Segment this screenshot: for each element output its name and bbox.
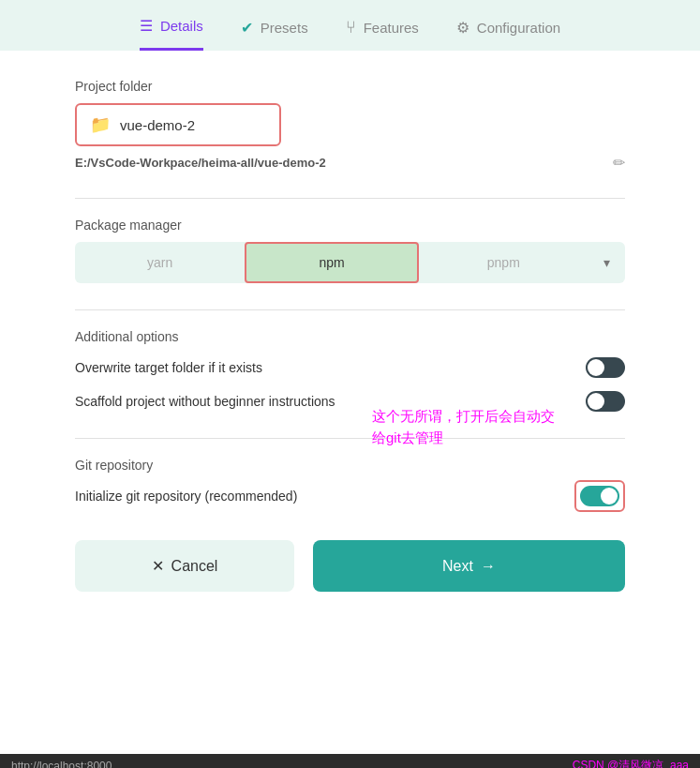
path-row: E:/VsCode-Workpace/heima-all/vue-demo-2 … [75, 154, 625, 172]
pkg-option-npm[interactable]: npm [245, 242, 418, 283]
tab-configuration-label: Configuration [477, 20, 560, 36]
bottom-bar: http://localhost:8000 CSDN @清风微凉_aaa [0, 754, 700, 768]
package-manager-label: Package manager [75, 218, 625, 233]
cancel-button[interactable]: ✕ Cancel [75, 540, 294, 592]
overwrite-toggle[interactable] [586, 357, 625, 378]
path-text: E:/VsCode-Workpace/heima-all/vue-demo-2 [75, 156, 326, 170]
main-content: Project folder 📁 vue-demo-2 E:/VsCode-Wo… [0, 51, 700, 754]
folder-name-text: vue-demo-2 [120, 117, 195, 133]
tab-presets-label: Presets [261, 20, 308, 36]
tab-configuration[interactable]: Configuration [456, 19, 560, 50]
package-manager-select[interactable]: yarn npm pnpm ▾ [75, 242, 625, 283]
bottom-url: http://localhost:8000 [11, 760, 112, 769]
toggle-row-scaffold: Scaffold project without beginner instru… [75, 391, 625, 412]
git-repository-section: 这个无所谓，打开后会自动交 给git去管理 Git repository Ini… [75, 458, 625, 512]
git-section-label: Git repository [75, 458, 625, 473]
tab-presets[interactable]: Presets [241, 19, 308, 50]
git-row: Initialize git repository (recommended) [75, 480, 625, 512]
chevron-down-icon[interactable]: ▾ [588, 244, 625, 281]
tab-nav: Details Presets ⑂ Features Configuration [0, 0, 700, 51]
check-icon [241, 19, 253, 37]
additional-options-section: Additional options Overwrite target fold… [75, 329, 625, 412]
project-folder-section: Project folder 📁 vue-demo-2 E:/VsCode-Wo… [75, 79, 625, 172]
overwrite-label: Overwrite target folder if it exists [75, 360, 262, 375]
additional-options-label: Additional options [75, 329, 625, 344]
divider-1 [75, 198, 625, 199]
git-toggle-wrapper [574, 480, 625, 512]
pkg-option-yarn[interactable]: yarn [75, 244, 245, 281]
annotation-block: 这个无所谓，打开后会自动交 给git去管理 [372, 406, 555, 448]
hamburger-icon [140, 17, 153, 35]
tab-details-label: Details [160, 18, 203, 34]
divider-3 [75, 438, 625, 439]
next-button[interactable]: Next → [313, 540, 625, 592]
tab-features-label: Features [364, 20, 419, 36]
toggle-row-overwrite: Overwrite target folder if it exists [75, 357, 625, 378]
divider-2 [75, 309, 625, 310]
path-bold: vue-demo-2 [258, 156, 326, 170]
folder-icon: 📁 [90, 114, 111, 135]
project-folder-label: Project folder [75, 79, 625, 94]
scaffold-toggle[interactable] [586, 391, 625, 412]
package-manager-section: Package manager yarn npm pnpm ▾ [75, 218, 625, 283]
folder-input[interactable]: 📁 vue-demo-2 [75, 103, 281, 146]
tab-features[interactable]: ⑂ Features [346, 18, 419, 51]
button-row: ✕ Cancel Next → [75, 540, 625, 592]
git-init-label: Initialize git repository (recommended) [75, 489, 297, 504]
edit-icon[interactable]: ✏ [613, 154, 625, 172]
arrow-right-icon: → [481, 558, 496, 575]
cancel-x-icon: ✕ [152, 557, 164, 575]
bottom-credit: CSDN @清风微凉_aaa [573, 758, 689, 768]
tab-details[interactable]: Details [140, 17, 203, 51]
git-toggle[interactable] [580, 486, 619, 506]
branch-icon: ⑂ [346, 18, 356, 38]
pkg-option-pnpm[interactable]: pnpm [419, 244, 588, 281]
gear-icon [456, 19, 469, 37]
scaffold-label: Scaffold project without beginner instru… [75, 394, 335, 409]
